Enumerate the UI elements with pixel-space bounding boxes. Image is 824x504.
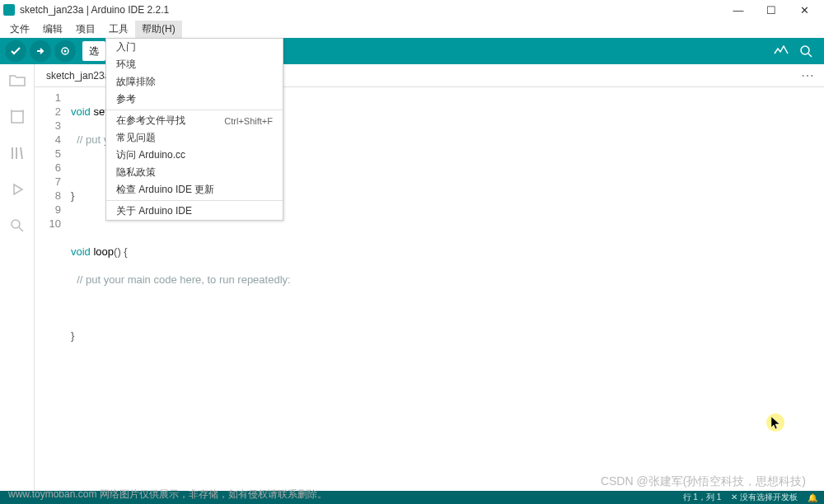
app-icon xyxy=(3,4,15,16)
board-status[interactable]: ✕ 没有选择开发板 xyxy=(731,492,798,503)
notifications-icon[interactable]: 🔔 xyxy=(808,493,817,502)
menu-sketch[interactable]: 项目 xyxy=(69,21,102,38)
menubar: 文件 编辑 项目 工具 帮助(H) xyxy=(0,20,824,38)
svg-point-2 xyxy=(801,46,809,54)
minimize-button[interactable]: — xyxy=(722,0,755,20)
svg-rect-4 xyxy=(12,111,23,123)
svg-point-1 xyxy=(64,50,67,53)
menu-visit-arduino[interactable]: 访问 Arduino.cc xyxy=(106,147,283,164)
library-manager-icon[interactable] xyxy=(7,143,27,163)
help-dropdown: 入门 环境 故障排除 参考 在参考文件寻找Ctrl+Shift+F 常见问题 访… xyxy=(105,38,283,221)
upload-button[interactable] xyxy=(30,40,51,62)
search-icon[interactable] xyxy=(7,216,27,236)
line-gutter: 12345678910 xyxy=(35,91,71,491)
svg-point-10 xyxy=(12,220,20,228)
menu-edit[interactable]: 编辑 xyxy=(36,21,69,38)
serial-monitor-icon[interactable] xyxy=(798,43,814,59)
menu-faq[interactable]: 常见问题 xyxy=(106,129,283,147)
menu-about[interactable]: 关于 Arduino IDE xyxy=(106,203,283,220)
divider xyxy=(106,200,283,201)
board-selector[interactable]: 选 xyxy=(82,41,105,61)
cursor-icon xyxy=(771,417,781,432)
menu-troubleshooting[interactable]: 故障排除 xyxy=(106,73,283,91)
menu-help[interactable]: 帮助(H) xyxy=(135,21,182,38)
verify-button[interactable] xyxy=(5,40,26,62)
watermark-author: CSDN @张建军(孙悟空科技，思想科技) xyxy=(601,474,806,489)
window-title: sketch_jan23a | Arduino IDE 2.2.1 xyxy=(20,4,722,16)
menu-file[interactable]: 文件 xyxy=(3,21,36,38)
menu-privacy[interactable]: 隐私政策 xyxy=(106,164,283,181)
debug-button[interactable] xyxy=(54,40,76,62)
divider xyxy=(106,110,283,110)
menu-environment[interactable]: 环境 xyxy=(106,56,283,73)
menu-check-updates[interactable]: 检查 Arduino IDE 更新 xyxy=(106,181,283,198)
menu-find-in-reference[interactable]: 在参考文件寻找Ctrl+Shift+F xyxy=(106,112,283,129)
svg-line-11 xyxy=(19,227,23,231)
maximize-button[interactable]: ☐ xyxy=(755,0,788,20)
debug-icon[interactable] xyxy=(7,180,27,199)
sidebar xyxy=(0,64,35,491)
menu-tools[interactable]: 工具 xyxy=(102,21,135,38)
folder-icon[interactable] xyxy=(7,71,27,91)
boards-manager-icon[interactable] xyxy=(7,107,27,127)
menu-getting-started[interactable]: 入门 xyxy=(106,39,283,56)
watermark-footer: www.toymoban.com 网络图片仅供展示，非存储，如有侵权请联系删除。 xyxy=(8,488,327,502)
tab-overflow-icon[interactable]: ⋯ xyxy=(801,68,824,83)
svg-line-9 xyxy=(21,147,22,159)
menu-reference[interactable]: 参考 xyxy=(106,91,283,108)
serial-plotter-icon[interactable] xyxy=(773,43,789,59)
close-button[interactable]: ✕ xyxy=(788,0,821,20)
cursor-position: 行 1，列 1 xyxy=(683,492,722,503)
svg-line-3 xyxy=(808,54,812,57)
